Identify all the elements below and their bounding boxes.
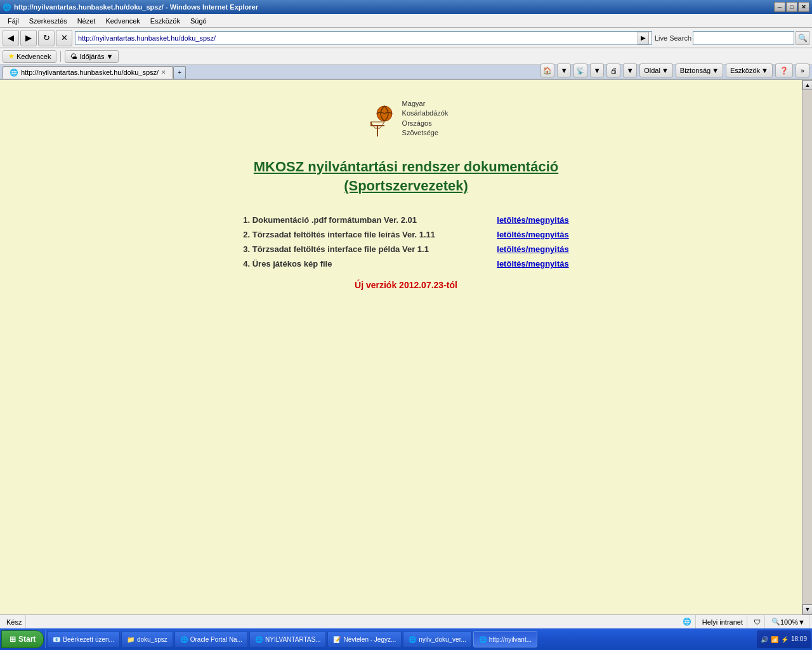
mkosz-logo xyxy=(364,100,396,138)
eszkozok-label: Eszközök xyxy=(730,67,760,74)
favorites-button[interactable]: ★ Kedvencek xyxy=(3,50,56,63)
start-button[interactable]: ⊞ Start xyxy=(1,630,44,648)
menu-tools[interactable]: Eszközök xyxy=(145,14,185,27)
search-button[interactable]: 🔍 xyxy=(796,31,809,45)
refresh-button[interactable]: ↻ xyxy=(38,30,55,46)
tab-close-icon[interactable]: ✕ xyxy=(161,69,166,76)
link-action-1[interactable]: letöltés/megnyitás xyxy=(497,215,568,225)
page-tool-icon5[interactable]: 🖨 xyxy=(606,63,620,77)
zoom-value: 100% xyxy=(780,618,798,626)
taskbar-label-3: NYILVANTARTAS... xyxy=(265,636,320,643)
heading-line2: (Sportszervezetek) xyxy=(254,176,558,196)
link-action-3[interactable]: letöltés/megnyitás xyxy=(497,244,568,254)
sys-tray: 🔊 📶 ⚡ 18:09 xyxy=(757,630,811,648)
fav-separator xyxy=(60,51,61,62)
page-tool-icon1[interactable]: 🏠 xyxy=(540,63,554,77)
viewport: Magyar Kosárlabdázók Országos Szövetsége… xyxy=(0,80,812,614)
oldal-label: Oldal xyxy=(644,67,660,74)
taskbar-items: 📧 Beérkezett üzen... 📁 doku_spsz 🌐 Oracl… xyxy=(47,631,756,647)
new-tab-button[interactable]: + xyxy=(173,66,186,79)
taskbar-item-3[interactable]: 🌐 NYILVANTARTAS... xyxy=(249,631,326,647)
link-action-4[interactable]: letöltés/megnyitás xyxy=(497,259,568,269)
taskbar-label-0: Beérkezett üzen... xyxy=(63,636,114,643)
title-bar-left: 🌐 http://nyilvantartas.hunbasket.hu/doku… xyxy=(3,3,258,11)
page-tool-icon4[interactable]: ▼ xyxy=(590,63,604,77)
taskbar-label-1: doku_spsz xyxy=(137,636,167,643)
zoom-chevron: ▼ xyxy=(798,618,805,626)
browser-icon: 🌐 xyxy=(3,3,11,11)
search-input[interactable] xyxy=(693,31,794,45)
menu-edit[interactable]: Szerkesztés xyxy=(24,14,72,27)
taskbar-item-2[interactable]: 🌐 Oracle Portal Na... xyxy=(174,631,248,647)
menu-file[interactable]: Fájl xyxy=(3,14,24,27)
idojaras-button[interactable]: 🌤 Időjárás ▼ xyxy=(65,50,119,63)
dropdown-icon: ▼ xyxy=(107,53,114,60)
menu-favorites[interactable]: Kedvencek xyxy=(100,14,145,27)
biztonsag-chevron: ▼ xyxy=(712,67,719,74)
stop-button[interactable]: ✕ xyxy=(56,30,72,46)
restore-button[interactable]: □ xyxy=(786,2,797,12)
taskbar-label-5: nyilv_doku_ver... xyxy=(419,636,466,643)
active-tab[interactable]: 🌐 http://nyilvantartas.hunbasket.hu/doku… xyxy=(3,66,173,79)
page-tool-icon2[interactable]: ▼ xyxy=(557,63,571,77)
tray-icon-3: ⚡ xyxy=(781,636,789,643)
close-button[interactable]: ✕ xyxy=(798,2,809,12)
taskbar-item-5[interactable]: 🌐 nyilv_doku_ver... xyxy=(403,631,472,647)
favorites-bar: ★ Kedvencek 🌤 Időjárás ▼ xyxy=(0,48,812,65)
status-zone-icon: 🌐 xyxy=(679,615,696,628)
scroll-track[interactable] xyxy=(802,90,812,604)
zoom-label: 🔍 xyxy=(771,618,780,626)
taskbar-item-1[interactable]: 📁 doku_spsz xyxy=(121,631,173,647)
address-text: http://nyilvantartas.hunbasket.hu/doku_s… xyxy=(78,34,638,42)
taskbar-label-6: http://nyilvant... xyxy=(489,636,532,643)
page-tool-icon6[interactable]: ▼ xyxy=(623,63,637,77)
link-label-3: 3. Törzsadat feltöltés interface file pé… xyxy=(243,244,484,254)
help-icon: ❓ xyxy=(780,67,789,75)
logo-line3: Országos xyxy=(402,119,449,128)
taskbar-item-4[interactable]: 📝 Névtelen - Jegyz... xyxy=(327,631,402,647)
title-bar: 🌐 http://nyilvantartas.hunbasket.hu/doku… xyxy=(0,0,812,14)
scrollbar[interactable]: ▲ ▼ xyxy=(802,80,812,614)
logo-line4: Szövetsége xyxy=(402,128,449,138)
scroll-up-button[interactable]: ▲ xyxy=(802,80,812,90)
page-content: Magyar Kosárlabdázók Országos Szövetsége… xyxy=(0,80,812,614)
eszkozok-chevron: ▼ xyxy=(761,67,768,74)
link-action-2[interactable]: letöltés/megnyitás xyxy=(497,230,568,239)
idojaras-icon: 🌤 xyxy=(70,53,77,60)
page-biztonsag-button[interactable]: Biztonság ▼ xyxy=(676,63,723,77)
biztonsag-label: Biztonság xyxy=(680,67,710,74)
link-row-1: 1. Dokumentáció .pdf formátumban Ver. 2.… xyxy=(243,215,568,225)
link-label-1: 1. Dokumentáció .pdf formátumban Ver. 2.… xyxy=(243,215,484,225)
heading-line1: MKOSZ nyilvántartási rendszer dokumentác… xyxy=(254,157,558,177)
minimize-button[interactable]: ─ xyxy=(774,2,785,12)
search-area: Live Search 🔍 xyxy=(655,31,809,45)
menu-bar: Fájl Szerkesztés Nézet Kedvencek Eszközö… xyxy=(0,14,812,28)
page-eszkozok-button[interactable]: Eszközök ▼ xyxy=(726,63,773,77)
address-bar[interactable]: http://nyilvantartas.hunbasket.hu/doku_s… xyxy=(75,31,652,45)
logo-area: Magyar Kosárlabdázók Országos Szövetsége xyxy=(364,99,449,138)
taskbar-icon-4: 📝 xyxy=(333,636,341,643)
taskbar-item-0[interactable]: 📧 Beérkezett üzen... xyxy=(47,631,120,647)
scroll-down-button[interactable]: ▼ xyxy=(802,604,812,614)
status-zone: Helyi intranet xyxy=(698,615,747,628)
back-button[interactable]: ◀ xyxy=(3,30,19,46)
taskbar-label-2: Oracle Portal Na... xyxy=(190,636,242,643)
taskbar-icon-5: 🌐 xyxy=(409,636,416,643)
logo-line2: Kosárlabdázók xyxy=(402,109,449,118)
page-tool-icon3[interactable]: 📡 xyxy=(573,63,587,77)
page-help-button[interactable]: ❓ xyxy=(775,63,793,77)
page-extra-button[interactable]: » xyxy=(796,63,809,77)
menu-help[interactable]: Súgó xyxy=(185,14,212,27)
status-zoom: 🔍 100% ▼ xyxy=(768,615,809,628)
protect-icon: 🛡 xyxy=(750,615,765,628)
title-bar-text: http://nyilvantartas.hunbasket.hu/doku_s… xyxy=(14,3,258,11)
menu-view[interactable]: Nézet xyxy=(72,14,101,27)
tab-label: http://nyilvantartas.hunbasket.hu/doku_s… xyxy=(21,69,159,76)
logo-text: Magyar Kosárlabdázók Országos Szövetsége xyxy=(402,99,449,138)
main-heading: MKOSZ nyilvántartási rendszer dokumentác… xyxy=(254,157,558,197)
page-oldal-button[interactable]: Oldal ▼ xyxy=(639,63,673,77)
windows-icon: ⊞ xyxy=(10,635,16,644)
forward-button[interactable]: ▶ xyxy=(20,30,37,46)
taskbar-item-6[interactable]: 🌐 http://nyilvant... xyxy=(473,631,537,647)
go-button[interactable]: ▶ xyxy=(638,32,649,44)
